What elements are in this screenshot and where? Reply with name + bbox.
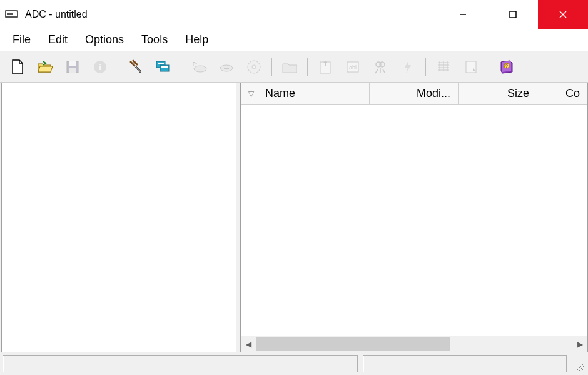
menu-tools[interactable]: Tools (133, 31, 176, 49)
menu-file[interactable]: File (4, 31, 39, 49)
horizontal-scrollbar[interactable]: ◀ ▶ (241, 336, 587, 352)
doc-up-icon (314, 56, 337, 78)
svg-text:i: i (99, 62, 101, 72)
info-icon: i (89, 56, 111, 78)
scan-icon (369, 56, 392, 78)
maximize-button[interactable] (488, 0, 538, 29)
scroll-thumb[interactable] (256, 337, 450, 351)
toolbar: i abl ? (0, 51, 588, 83)
add-icon (188, 56, 210, 78)
column-name-label: Name (265, 87, 295, 100)
scroll-left-icon[interactable]: ◀ (241, 336, 256, 352)
toolbar-separator (489, 58, 489, 76)
titlebar: ADC - untitled (0, 0, 588, 29)
svg-rect-8 (69, 68, 76, 73)
svg-rect-13 (158, 63, 164, 64)
svg-line-37 (582, 369, 584, 371)
column-modified-label: Modi... (417, 87, 450, 100)
svg-text:abl: abl (349, 64, 357, 71)
status-panel-right (363, 355, 567, 372)
svg-rect-3 (510, 11, 516, 18)
toolbar-separator (181, 58, 181, 76)
cascade-icon[interactable] (152, 56, 175, 78)
toolbar-separator (118, 58, 118, 76)
svg-rect-32 (466, 61, 476, 73)
toolbar-separator (425, 58, 426, 76)
svg-rect-7 (69, 61, 76, 66)
cd-icon (243, 56, 265, 78)
svg-rect-12 (160, 65, 169, 71)
window-title: ADC - untitled (23, 9, 438, 20)
column-co[interactable]: Co (537, 83, 587, 104)
svg-point-24 (380, 62, 385, 67)
toolbar-separator (307, 58, 308, 76)
toolbar-separator (271, 58, 272, 76)
bolt-icon (397, 56, 419, 78)
menubar: File Edit Options Tools Help (0, 29, 588, 51)
column-headers: Name Modi... Size Co (241, 83, 587, 105)
column-size[interactable]: Size (459, 83, 537, 104)
column-name[interactable]: Name (241, 83, 370, 104)
help-book-icon[interactable]: ? (495, 56, 518, 78)
window-controls (438, 0, 588, 29)
statusbar (0, 352, 588, 375)
list-pane: Name Modi... Size Co ◀ ▶ (240, 83, 588, 352)
scroll-track[interactable] (256, 336, 572, 352)
minimize-button[interactable] (438, 0, 488, 29)
column-size-label: Size (507, 87, 529, 100)
status-panel-left (3, 355, 358, 372)
eject-icon (215, 56, 238, 78)
scroll-right-icon[interactable]: ▶ (572, 336, 587, 352)
grid-icon (432, 56, 455, 78)
menu-edit[interactable]: Edit (39, 31, 76, 49)
svg-line-36 (579, 366, 584, 371)
close-button[interactable] (538, 0, 588, 29)
column-co-label: Co (565, 87, 580, 100)
svg-point-15 (194, 66, 206, 72)
folder-icon (278, 56, 301, 78)
main-area: Name Modi... Size Co ◀ ▶ (0, 83, 588, 352)
menu-help[interactable]: Help (176, 31, 217, 49)
menu-options[interactable]: Options (76, 31, 133, 49)
build-icon[interactable] (124, 56, 147, 78)
svg-rect-14 (161, 66, 168, 68)
tree-pane[interactable] (1, 83, 236, 352)
svg-rect-1 (7, 13, 13, 15)
list-body[interactable] (241, 105, 587, 336)
svg-text:?: ? (505, 64, 508, 68)
open-folder-icon[interactable] (34, 56, 56, 78)
resize-grip-icon[interactable] (572, 355, 585, 372)
svg-rect-17 (224, 68, 229, 69)
app-icon (5, 9, 18, 20)
column-modified[interactable]: Modi... (370, 83, 459, 104)
page-icon (460, 56, 482, 78)
save-icon (61, 56, 84, 78)
abl-icon: abl (342, 56, 364, 78)
new-file-icon[interactable] (6, 56, 29, 78)
svg-point-19 (252, 65, 256, 69)
